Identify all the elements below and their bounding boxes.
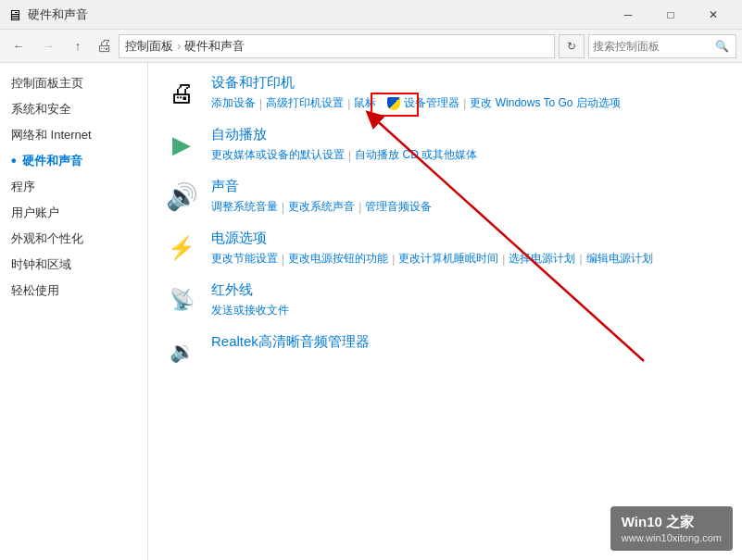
- link-manage-audio[interactable]: 管理音频设备: [365, 199, 432, 215]
- link-printer-settings[interactable]: 高级打印机设置: [266, 95, 344, 111]
- link-edit-power-plan[interactable]: 编辑电源计划: [586, 251, 653, 267]
- sep-1: |: [259, 97, 262, 110]
- autoplay-body: 自动播放 更改媒体或设备的默认设置 | 自动播放 CD 或其他媒体: [211, 126, 727, 163]
- section-devices: 🖨 设备和打印机 添加设备 | 高级打印机设置 | 鼠标 设备管理器 | 更改 …: [163, 74, 727, 111]
- search-box[interactable]: 🔍: [588, 34, 736, 58]
- sound-icon: 🔊: [163, 178, 200, 215]
- power-title[interactable]: 电源选项: [211, 230, 727, 247]
- printer-icon: 🖨: [96, 36, 113, 56]
- sidebar: 控制面板主页 系统和安全 网络和 Internet 硬件和声音 程序 用户账户 …: [0, 63, 148, 560]
- window-title: 硬件和声音: [28, 6, 88, 23]
- search-input[interactable]: [593, 40, 713, 53]
- window-icon: 🖥: [7, 7, 22, 22]
- watermark-site: www.win10xitong.com: [622, 531, 722, 545]
- link-power-save[interactable]: 更改节能设置: [211, 251, 278, 267]
- devices-body: 设备和打印机 添加设备 | 高级打印机设置 | 鼠标 设备管理器 | 更改 Wi…: [211, 74, 727, 111]
- infrared-links: 发送或接收文件: [211, 303, 727, 318]
- sidebar-item-clock[interactable]: 时钟和区域: [0, 252, 147, 278]
- sidebar-item-ease[interactable]: 轻松使用: [0, 278, 147, 304]
- sep-10: |: [502, 253, 505, 266]
- breadcrumb-control-panel[interactable]: 控制面板: [125, 38, 173, 55]
- infrared-title[interactable]: 红外线: [211, 281, 727, 299]
- link-power-button[interactable]: 更改电源按钮的功能: [288, 251, 388, 267]
- forward-button[interactable]: →: [35, 33, 61, 59]
- sep-5: |: [348, 149, 351, 162]
- link-adjust-volume[interactable]: 调整系统音量: [211, 199, 278, 215]
- realtek-title[interactable]: Realtek高清晰音频管理器: [211, 333, 727, 351]
- link-add-device[interactable]: 添加设备: [211, 95, 256, 111]
- link-windows-to-go[interactable]: 更改 Windows To Go 启动选项: [470, 95, 620, 111]
- autoplay-icon: ▶: [163, 126, 200, 163]
- address-path[interactable]: 控制面板 › 硬件和声音: [119, 34, 555, 58]
- power-links: 更改节能设置 | 更改电源按钮的功能 | 更改计算机睡眠时间 | 选择电源计划 …: [211, 251, 727, 267]
- sound-body: 声音 调整系统音量 | 更改系统声音 | 管理音频设备: [211, 178, 727, 215]
- section-realtek: 🔉 Realtek高清晰音频管理器: [163, 333, 727, 370]
- link-device-manager[interactable]: 设备管理器: [404, 95, 459, 111]
- link-sleep-time[interactable]: 更改计算机睡眠时间: [398, 251, 498, 267]
- title-bar-left: 🖥 硬件和声音: [7, 6, 88, 23]
- sep-11: |: [579, 253, 582, 266]
- link-default-media[interactable]: 更改媒体或设备的默认设置: [211, 147, 345, 163]
- title-bar-controls: ─ □ ✕: [607, 0, 735, 30]
- section-power: ⚡ 电源选项 更改节能设置 | 更改电源按钮的功能 | 更改计算机睡眠时间 | …: [163, 230, 727, 267]
- section-sound: 🔊 声音 调整系统音量 | 更改系统声音 | 管理音频设备: [163, 178, 727, 215]
- uac-shield-icon: [387, 97, 400, 110]
- sidebar-item-system[interactable]: 系统和安全: [0, 96, 147, 122]
- sep-2: |: [347, 97, 350, 110]
- sep-6: |: [282, 201, 284, 214]
- power-icon: ⚡: [163, 230, 200, 267]
- devices-icon: 🖨: [163, 74, 200, 111]
- sidebar-item-home[interactable]: 控制面板主页: [0, 70, 147, 96]
- watermark: Win10 之家 www.win10xitong.com: [610, 506, 733, 551]
- up-button[interactable]: ↑: [65, 33, 91, 59]
- autoplay-links: 更改媒体或设备的默认设置 | 自动播放 CD 或其他媒体: [211, 147, 727, 163]
- refresh-button[interactable]: ↻: [559, 34, 585, 58]
- devices-title[interactable]: 设备和打印机: [211, 74, 727, 92]
- realtek-body: Realtek高清晰音频管理器: [211, 333, 727, 355]
- sidebar-item-hardware[interactable]: 硬件和声音: [0, 148, 147, 174]
- section-autoplay: ▶ 自动播放 更改媒体或设备的默认设置 | 自动播放 CD 或其他媒体: [163, 126, 727, 163]
- title-bar: 🖥 硬件和声音 ─ □ ✕: [0, 0, 742, 30]
- back-button[interactable]: ←: [6, 33, 31, 59]
- sidebar-item-programs[interactable]: 程序: [0, 174, 147, 200]
- sidebar-item-users[interactable]: 用户账户: [0, 200, 147, 226]
- sep-4: |: [463, 97, 466, 110]
- minimize-button[interactable]: ─: [607, 0, 649, 30]
- search-icon: 🔍: [715, 40, 729, 53]
- sep-8: |: [282, 253, 284, 266]
- breadcrumb-hardware[interactable]: 硬件和声音: [184, 38, 245, 55]
- section-infrared: 📡 红外线 发送或接收文件: [163, 281, 727, 318]
- realtek-icon: 🔉: [163, 333, 200, 370]
- link-autoplay-cd[interactable]: 自动播放 CD 或其他媒体: [355, 147, 477, 163]
- content-area: 🖨 设备和打印机 添加设备 | 高级打印机设置 | 鼠标 设备管理器 | 更改 …: [148, 63, 742, 560]
- power-body: 电源选项 更改节能设置 | 更改电源按钮的功能 | 更改计算机睡眠时间 | 选择…: [211, 230, 727, 267]
- close-button[interactable]: ✕: [692, 0, 735, 30]
- infrared-body: 红外线 发送或接收文件: [211, 281, 727, 318]
- address-bar: ← → ↑ 🖨 控制面板 › 硬件和声音 ↻ 🔍: [0, 30, 742, 63]
- restore-button[interactable]: □: [649, 0, 692, 30]
- link-send-receive[interactable]: 发送或接收文件: [211, 303, 289, 318]
- devices-links: 添加设备 | 高级打印机设置 | 鼠标 设备管理器 | 更改 Windows T…: [211, 95, 727, 111]
- sidebar-item-appearance[interactable]: 外观和个性化: [0, 226, 147, 252]
- sep-9: |: [392, 253, 395, 266]
- link-power-plan[interactable]: 选择电源计划: [509, 251, 575, 267]
- link-change-sounds[interactable]: 更改系统声音: [288, 199, 355, 215]
- link-mouse[interactable]: 鼠标: [354, 95, 376, 111]
- main-layout: 控制面板主页 系统和安全 网络和 Internet 硬件和声音 程序 用户账户 …: [0, 63, 742, 560]
- sound-links: 调整系统音量 | 更改系统声音 | 管理音频设备: [211, 199, 727, 215]
- autoplay-title[interactable]: 自动播放: [211, 126, 727, 143]
- breadcrumb-sep-1: ›: [177, 39, 181, 53]
- infrared-icon: 📡: [163, 281, 200, 318]
- sep-7: |: [358, 201, 361, 214]
- watermark-title: Win10 之家: [622, 512, 722, 531]
- sound-title[interactable]: 声音: [211, 178, 727, 195]
- sidebar-item-network[interactable]: 网络和 Internet: [0, 122, 147, 148]
